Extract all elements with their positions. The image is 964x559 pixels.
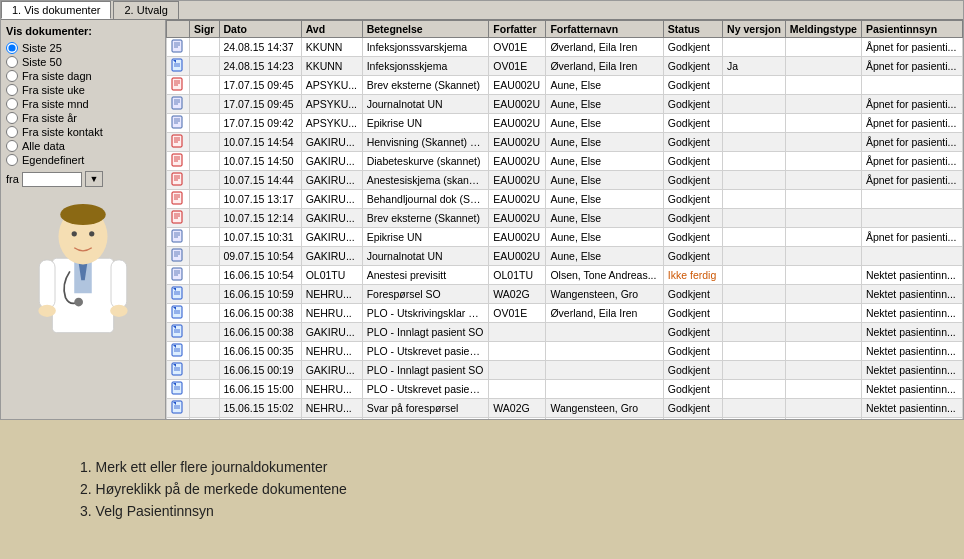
- table-row[interactable]: 10.07.15 12:14GAKIRU...Brev eksterne (Sk…: [167, 209, 963, 228]
- row-forfatternavn: Aune, Else: [546, 247, 663, 266]
- col-ny-versjon[interactable]: Ny versjon: [723, 21, 786, 38]
- radio-siste25[interactable]: Siste 25: [6, 42, 160, 54]
- date-from-picker-button[interactable]: ▼: [85, 171, 103, 187]
- col-betegnelse[interactable]: Betegnelse: [362, 21, 489, 38]
- radio-fra-siste-mnd[interactable]: Fra siste mnd: [6, 98, 160, 110]
- radio-fra-siste-dagn[interactable]: Fra siste dagn: [6, 70, 160, 82]
- table-row[interactable]: 10.07.15 10:31GAKIRU...Epikrise UNEAU002…: [167, 228, 963, 247]
- table-row[interactable]: 10.07.15 14:44GAKIRU...Anestesiskjema (s…: [167, 171, 963, 190]
- table-row[interactable]: 17.07.15 09:45APSYKU...Brev eksterne (Sk…: [167, 76, 963, 95]
- svg-rect-84: [172, 382, 182, 394]
- row-icon-cell: [167, 399, 190, 418]
- row-avd: GAKIRU...: [301, 209, 362, 228]
- table-row[interactable]: 10.07.15 14:50GAKIRU...Diabeteskurve (sk…: [167, 152, 963, 171]
- col-sig[interactable]: Sigr: [190, 21, 220, 38]
- col-forfatter[interactable]: Forfatter: [489, 21, 546, 38]
- row-status: Godkjent: [663, 95, 722, 114]
- table-row[interactable]: 16.06.15 00:38GAKIRU...PLO - Innlagt pas…: [167, 323, 963, 342]
- row-meldingstype: [785, 304, 861, 323]
- col-avd[interactable]: Avd: [301, 21, 362, 38]
- row-status: Godkjent: [663, 228, 722, 247]
- row-ny-versjon: [723, 76, 786, 95]
- row-forfatternavn: [546, 380, 663, 399]
- table-row[interactable]: 16.06.15 00:19GAKIRU...PLO - Innlagt pas…: [167, 361, 963, 380]
- row-betegnelse: PLO - Innlagt pasient SO: [362, 361, 489, 380]
- date-range-label: fra: [6, 173, 19, 185]
- row-sig: [190, 114, 220, 133]
- table-row[interactable]: 16.06.15 10:59NEHRU...Forespørsel SOWA02…: [167, 285, 963, 304]
- row-meldingstype: [785, 247, 861, 266]
- row-icon-cell: [167, 76, 190, 95]
- row-forfatter: EAU002U: [489, 209, 546, 228]
- table-row[interactable]: 24.08.15 14:37KKUNNInfeksjonssvarskjemaO…: [167, 38, 963, 57]
- radio-alle-data[interactable]: Alle data: [6, 140, 160, 152]
- row-ny-versjon: [723, 171, 786, 190]
- table-row[interactable]: 16.06.15 00:35NEHRU...PLO - Utskrevet pa…: [167, 342, 963, 361]
- row-avd: NEHRU...: [301, 418, 362, 420]
- row-status: Godkjent: [663, 285, 722, 304]
- table-row[interactable]: 16.06.15 10:54OL01TUAnestesi previsittOL…: [167, 266, 963, 285]
- radio-egendefinert[interactable]: Egendefinert: [6, 154, 160, 166]
- row-forfatter: OV01E: [489, 304, 546, 323]
- row-status: Godkjent: [663, 380, 722, 399]
- row-ny-versjon: [723, 304, 786, 323]
- row-forfatternavn: Aune, Else: [546, 114, 663, 133]
- table-row[interactable]: 16.06.15 15:00NEHRU...PLO - Utskrevet pa…: [167, 380, 963, 399]
- table-row[interactable]: 24.08.15 14:23KKUNNInfeksjonsskjemaOV01E…: [167, 57, 963, 76]
- col-forfatternavn[interactable]: Forfatternavn: [546, 21, 663, 38]
- table-row[interactable]: ✕15.06.15 14:59NEHRU...Forespørsel SOVEV…: [167, 418, 963, 420]
- row-forfatternavn: Aune, Else: [546, 133, 663, 152]
- col-meldingstype[interactable]: Meldingstype: [785, 21, 861, 38]
- row-forfatternavn: Wangensteen, Gro: [546, 399, 663, 418]
- row-ny-versjon: [723, 285, 786, 304]
- row-meldingstype: [785, 323, 861, 342]
- row-pasientinnsyn: Nektet pasientinn...: [861, 285, 962, 304]
- table-row[interactable]: 09.07.15 10:54GAKIRU...Journalnotat UNEA…: [167, 247, 963, 266]
- date-range: fra ▼: [6, 171, 160, 187]
- table-row[interactable]: 15.06.15 15:02NEHRU...Svar på forespørse…: [167, 399, 963, 418]
- table-row[interactable]: 17.07.15 09:45APSYKU...Journalnotat UNEA…: [167, 95, 963, 114]
- row-pasientinnsyn: Åpnet for pasienti...: [861, 38, 962, 57]
- row-forfatter: EAU002U: [489, 114, 546, 133]
- row-forfatternavn: Aune, Else: [546, 171, 663, 190]
- row-forfatter: [489, 380, 546, 399]
- table-row[interactable]: 17.07.15 09:42APSYKU...Epikrise UNEAU002…: [167, 114, 963, 133]
- svg-rect-24: [172, 97, 182, 109]
- col-status[interactable]: Status: [663, 21, 722, 38]
- row-sig: [190, 399, 220, 418]
- row-status: Godkjent: [663, 190, 722, 209]
- row-forfatter: [489, 342, 546, 361]
- row-forfatternavn: Olsen, Tone Andreas...: [546, 266, 663, 285]
- svg-rect-12: [172, 40, 182, 52]
- table-row[interactable]: 10.07.15 14:54GAKIRU...Henvisning (Skann…: [167, 133, 963, 152]
- row-forfatter: OV01E: [489, 38, 546, 57]
- row-status: Godkjent: [663, 38, 722, 57]
- row-forfatternavn: [546, 361, 663, 380]
- col-dato[interactable]: Dato: [219, 21, 301, 38]
- tab-vis-dokumenter[interactable]: 1. Vis dokumenter: [1, 1, 111, 19]
- row-forfatter: EAU002U: [489, 228, 546, 247]
- radio-siste50[interactable]: Siste 50: [6, 56, 160, 68]
- row-icon-cell: [167, 209, 190, 228]
- tab-utvalg[interactable]: 2. Utvalg: [113, 1, 178, 19]
- radio-fra-siste-uke[interactable]: Fra siste uke: [6, 84, 160, 96]
- row-ny-versjon: [723, 418, 786, 420]
- col-pasientinnsyn[interactable]: Pasientinnsyn: [861, 21, 962, 38]
- radio-fra-siste-kontakt[interactable]: Fra siste kontakt: [6, 126, 160, 138]
- table-row[interactable]: 10.07.15 13:17GAKIRU...Behandljournal do…: [167, 190, 963, 209]
- row-forfatternavn: Øverland, Eila Iren: [546, 57, 663, 76]
- table-scroll[interactable]: Sigr Dato Avd Betegnelse Forfatter Forfa…: [166, 20, 963, 419]
- row-status: Godkjent: [663, 57, 722, 76]
- row-forfatternavn: Øverland, Eila Iren: [546, 304, 663, 323]
- radio-fra-siste-ar[interactable]: Fra siste år: [6, 112, 160, 124]
- row-dato: 24.08.15 14:37: [219, 38, 301, 57]
- table-row[interactable]: 16.06.15 00:38NEHRU...PLO - Utskrivingsk…: [167, 304, 963, 323]
- svg-point-4: [60, 204, 106, 225]
- row-ny-versjon: [723, 190, 786, 209]
- row-ny-versjon: [723, 266, 786, 285]
- date-from-input[interactable]: [22, 172, 82, 187]
- row-dato: 16.06.15 00:38: [219, 304, 301, 323]
- row-status: Godkjent: [663, 361, 722, 380]
- row-forfatter: VEVEL99: [489, 418, 546, 420]
- row-betegnelse: Epikrise UN: [362, 228, 489, 247]
